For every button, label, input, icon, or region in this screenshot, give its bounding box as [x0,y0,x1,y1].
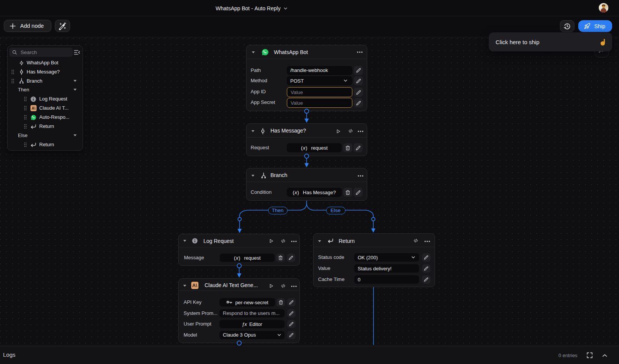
svg-text:A\: A\ [192,283,197,288]
svg-text:A\: A\ [32,106,35,110]
